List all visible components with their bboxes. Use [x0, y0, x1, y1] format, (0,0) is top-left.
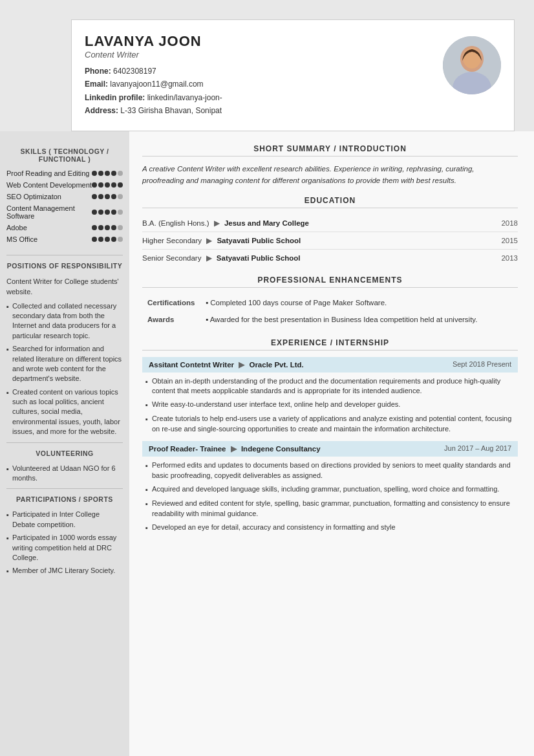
skill-dots — [92, 210, 123, 215]
skill-row: Web Content Development — [6, 181, 123, 189]
experience-date: Sept 2018 Present — [453, 360, 511, 369]
participations-title: PARTICIPATIONS / SPORTS — [6, 495, 123, 503]
positions-bullet: Searched for information and related lit… — [6, 344, 123, 384]
skill-dot — [105, 194, 110, 199]
summary-section: SHORT SUMMARY / INTRODUCTION A creative … — [142, 144, 518, 187]
skill-dot — [105, 182, 110, 188]
skills-table: Proof Reading and EditingWeb Content Dev… — [6, 169, 123, 243]
experience-date: Jun 2017 – Aug 2017 — [444, 444, 511, 453]
experience-bullet: Obtain an in-depth understanding of the … — [142, 376, 518, 397]
skill-dot — [98, 171, 103, 176]
candidate-photo — [443, 36, 501, 94]
header-left: LAVANYA JOON Content Writer Phone: 64023… — [85, 33, 222, 118]
experience-title: EXPERIENCE / INTERNSHIP — [142, 338, 518, 351]
skill-dots — [92, 237, 123, 242]
experience-bullet: Write easy-to-understand user interface … — [142, 400, 518, 411]
candidate-name: LAVANYA JOON — [85, 33, 222, 50]
skill-row: MS Office — [6, 235, 123, 243]
volunteering-title: VOLUNTEERING — [6, 449, 123, 457]
experience-header: Assitant Contetnt Writer ▶ Oracle Pvt. L… — [142, 357, 518, 373]
skill-dot — [98, 210, 103, 215]
skill-dot — [98, 225, 103, 230]
skill-name: Web Content Development — [6, 181, 92, 189]
participations-bullet: Participated in 1000 words essay writing… — [6, 533, 123, 563]
skill-dot — [98, 194, 103, 199]
linkedin-label: Linkedin profile: — [85, 93, 145, 102]
participations-bullet: Participated in Inter College Debate com… — [6, 510, 123, 530]
education-year: 2013 — [501, 254, 518, 262]
positions-bullet: Collected and collated necessary seconda… — [6, 301, 123, 341]
skill-dot — [92, 171, 97, 176]
education-left: Higher Secondary ▶ Satyavati Public Scho… — [142, 236, 301, 245]
main-body: SKILLS ( TECHNOLOGY / FUNCTIONAL ) Proof… — [0, 131, 534, 756]
skill-dot — [118, 210, 123, 215]
skill-dot — [111, 194, 116, 199]
header-contact: Phone: 6402308197 Email: lavanyajoon11@g… — [85, 65, 222, 118]
skill-dots — [92, 225, 123, 230]
professional-text: ▪ Awarded for the best presentation in B… — [200, 311, 518, 328]
phone-value: 6402308197 — [113, 67, 156, 76]
skill-dot — [118, 237, 123, 242]
right-content: SHORT SUMMARY / INTRODUCTION A creative … — [129, 131, 534, 756]
skill-dot — [105, 225, 110, 230]
experience-bullet: Acquired and developed language skills, … — [142, 484, 518, 495]
volunteering-bullet: Volunteered at Udaan NGO for 6 months. — [6, 464, 123, 484]
positions-intro: Content Writer for College students' web… — [6, 276, 123, 297]
experience-bullet: Performed edits and updates to documents… — [142, 460, 518, 481]
skill-dot — [92, 194, 97, 199]
professional-row: Awards▪ Awarded for the best presentatio… — [142, 311, 518, 328]
skill-row: SEO Optimizaton — [6, 193, 123, 200]
experience-section: EXPERIENCE / INTERNSHIP Assitant Contetn… — [142, 338, 518, 534]
skill-row: Adobe — [6, 224, 123, 232]
professional-text: ▪ Completed 100 days course of Page Make… — [200, 294, 518, 311]
skill-name: SEO Optimizaton — [6, 193, 92, 200]
skill-dot — [118, 225, 123, 230]
participations-bullets: Participated in Inter College Debate com… — [6, 510, 123, 576]
education-section: EDUCATION B.A. (English Hons.) ▶ Jesus a… — [142, 196, 518, 266]
experience-bullet: Create tutorials to help end-users use a… — [142, 414, 518, 435]
professional-label: Awards — [142, 311, 200, 328]
experience-role: Proof Reader- Trainee ▶ Indegene Consult… — [149, 444, 321, 453]
skill-dot — [92, 182, 97, 188]
professional-row: Certifications▪ Completed 100 days cours… — [142, 294, 518, 311]
participations-bullet: Member of JMC Literary Society. — [6, 566, 123, 576]
skill-dot — [118, 182, 123, 188]
experience-bullet: Reviewed and edited content for style, s… — [142, 499, 518, 519]
address-value: L-33 Girisha Bhavan, Sonipat — [120, 106, 222, 115]
education-rows: B.A. (English Hons.) ▶ Jesus and Mary Co… — [142, 215, 518, 266]
skill-dot — [111, 182, 116, 188]
skill-name: MS Office — [6, 235, 92, 243]
professional-label: Certifications — [142, 294, 200, 311]
education-year: 2018 — [501, 219, 518, 227]
professional-title: PROFESSIONAL ENHANCEMENTS — [142, 275, 518, 288]
skill-row: Content Management Software — [6, 204, 123, 220]
skill-dot — [98, 237, 103, 242]
linkedin-value: linkedin/lavanya-joon- — [147, 93, 222, 102]
experience-header: Proof Reader- Trainee ▶ Indegene Consult… — [142, 441, 518, 457]
professional-section: PROFESSIONAL ENHANCEMENTS Certifications… — [142, 275, 518, 328]
experience-list: Assitant Contetnt Writer ▶ Oracle Pvt. L… — [142, 357, 518, 534]
skill-dot — [111, 225, 116, 230]
skill-dot — [92, 237, 97, 242]
skill-name: Content Management Software — [6, 204, 92, 220]
email-label: Email: — [85, 80, 108, 89]
summary-title: SHORT SUMMARY / INTRODUCTION — [142, 144, 518, 157]
skill-name: Proof Reading and Editing — [6, 169, 92, 177]
professional-table: Certifications▪ Completed 100 days cours… — [142, 294, 518, 328]
skill-dots — [92, 194, 123, 199]
skill-dot — [118, 194, 123, 199]
header-section: LAVANYA JOON Content Writer Phone: 64023… — [71, 19, 515, 131]
positions-title: POSITIONS OF RESPONSIBILITY — [6, 262, 123, 270]
positions-bullet: Created content on various topics such a… — [6, 387, 123, 437]
skill-dot — [111, 171, 116, 176]
professional-tbody: Certifications▪ Completed 100 days cours… — [142, 294, 518, 328]
skill-dot — [111, 237, 116, 242]
education-row: B.A. (English Hons.) ▶ Jesus and Mary Co… — [142, 215, 518, 232]
skill-dot — [105, 237, 110, 242]
skill-row: Proof Reading and Editing — [6, 169, 123, 177]
skill-dot — [111, 210, 116, 215]
experience-role: Assitant Contetnt Writer ▶ Oracle Pvt. L… — [149, 360, 304, 369]
skill-dots — [92, 171, 123, 176]
skill-dot — [98, 182, 103, 188]
education-row: Senior Secondary ▶ Satyavati Public Scho… — [142, 250, 518, 266]
